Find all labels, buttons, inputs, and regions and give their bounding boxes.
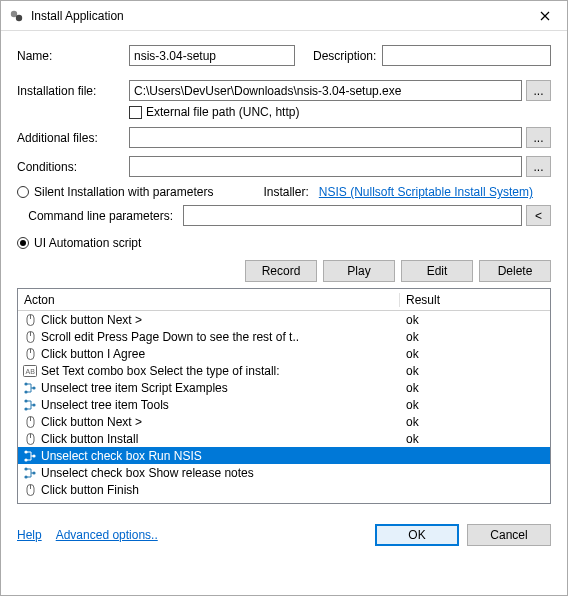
grid-action-text: Click button I Agree — [41, 347, 400, 361]
grid-header-result[interactable]: Result — [400, 293, 550, 307]
name-field[interactable] — [129, 45, 295, 66]
ok-button[interactable]: OK — [375, 524, 459, 546]
tree-icon — [22, 397, 38, 413]
grid-result-text: ok — [400, 364, 550, 378]
grid-header: Acton Result — [18, 289, 550, 311]
name-label: Name: — [17, 49, 129, 63]
grid-row[interactable]: Unselect check box Show release notes — [18, 464, 550, 481]
cancel-button[interactable]: Cancel — [467, 524, 551, 546]
grid-result-text: ok — [400, 313, 550, 327]
grid-row[interactable]: Click button Next >ok — [18, 413, 550, 430]
command-line-field[interactable] — [183, 205, 522, 226]
help-link[interactable]: Help — [17, 528, 42, 542]
silent-install-label: Silent Installation with parameters — [34, 185, 213, 199]
grid-result-text: ok — [400, 381, 550, 395]
grid-action-text: Click button Install — [41, 432, 400, 446]
browse-additional-files-button[interactable]: ... — [526, 127, 551, 148]
grid-action-text: Unselect check box Run NSIS — [41, 449, 400, 463]
grid-action-text: Unselect tree item Script Examples — [41, 381, 400, 395]
grid-row[interactable]: Click button I Agreeok — [18, 345, 550, 362]
svg-text:AB: AB — [26, 368, 36, 375]
additional-files-field[interactable] — [129, 127, 522, 148]
titlebar: Install Application — [1, 1, 567, 31]
tree-icon — [22, 448, 38, 464]
footer: Help Advanced options.. OK Cancel — [1, 514, 567, 556]
browse-conditions-button[interactable]: ... — [526, 156, 551, 177]
installation-file-label: Installation file: — [17, 84, 129, 98]
close-button[interactable] — [523, 1, 567, 31]
ui-automation-radio[interactable] — [17, 237, 29, 249]
svg-point-1 — [16, 14, 22, 20]
grid-action-text: Click button Next > — [41, 313, 400, 327]
command-line-label: Command line parameters: — [17, 209, 183, 223]
grid-row[interactable]: Unselect check box Run NSIS — [18, 447, 550, 464]
grid-result-text: ok — [400, 432, 550, 446]
tree-icon — [22, 465, 38, 481]
script-grid: Acton Result Click button Next >okScroll… — [17, 288, 551, 504]
installer-prefix: Installer: — [263, 185, 308, 199]
conditions-field[interactable] — [129, 156, 522, 177]
grid-row[interactable]: Unselect tree item Script Examplesok — [18, 379, 550, 396]
ui-automation-label: UI Automation script — [34, 236, 141, 250]
text-icon: AB — [22, 363, 38, 379]
delete-button[interactable]: Delete — [479, 260, 551, 282]
installation-file-field[interactable] — [129, 80, 522, 101]
grid-row[interactable]: ABSet Text combo box Select the type of … — [18, 362, 550, 379]
grid-body: Click button Next >okScroll edit Press P… — [18, 311, 550, 498]
grid-action-text: Set Text combo box Select the type of in… — [41, 364, 400, 378]
silent-install-radio[interactable] — [17, 186, 29, 198]
grid-result-text: ok — [400, 330, 550, 344]
grid-action-text: Unselect check box Show release notes — [41, 466, 400, 480]
grid-row[interactable]: Click button Finish — [18, 481, 550, 498]
command-line-angle-button[interactable]: < — [526, 205, 551, 226]
advanced-options-link[interactable]: Advanced options.. — [56, 528, 158, 542]
grid-result-text: ok — [400, 347, 550, 361]
record-button[interactable]: Record — [245, 260, 317, 282]
content-area: Name: Description: Installation file: ..… — [1, 31, 567, 514]
svg-point-0 — [11, 10, 17, 16]
grid-row[interactable]: Click button Installok — [18, 430, 550, 447]
mouse-icon — [22, 482, 38, 498]
grid-result-text: ok — [400, 398, 550, 412]
mouse-icon — [22, 346, 38, 362]
app-icon — [9, 8, 25, 24]
grid-row[interactable]: Unselect tree item Toolsok — [18, 396, 550, 413]
grid-row[interactable]: Scroll edit Press Page Down to see the r… — [18, 328, 550, 345]
mouse-icon — [22, 414, 38, 430]
mouse-icon — [22, 431, 38, 447]
additional-files-label: Additional files: — [17, 131, 129, 145]
grid-header-action[interactable]: Acton — [18, 293, 400, 307]
description-field[interactable] — [382, 45, 551, 66]
grid-action-text: Unselect tree item Tools — [41, 398, 400, 412]
external-file-path-label: External file path (UNC, http) — [146, 105, 299, 119]
installer-link[interactable]: NSIS (Nullsoft Scriptable Install System… — [319, 185, 533, 199]
external-file-path-checkbox[interactable] — [129, 106, 142, 119]
grid-row[interactable]: Click button Next >ok — [18, 311, 550, 328]
mouse-icon — [22, 329, 38, 345]
description-label: Description: — [313, 49, 376, 63]
mouse-icon — [22, 312, 38, 328]
play-button[interactable]: Play — [323, 260, 395, 282]
grid-action-text: Scroll edit Press Page Down to see the r… — [41, 330, 400, 344]
tree-icon — [22, 380, 38, 396]
grid-result-text: ok — [400, 415, 550, 429]
window-title: Install Application — [31, 9, 523, 23]
browse-installation-file-button[interactable]: ... — [526, 80, 551, 101]
conditions-label: Conditions: — [17, 160, 129, 174]
edit-button[interactable]: Edit — [401, 260, 473, 282]
grid-action-text: Click button Next > — [41, 415, 400, 429]
grid-action-text: Click button Finish — [41, 483, 400, 497]
